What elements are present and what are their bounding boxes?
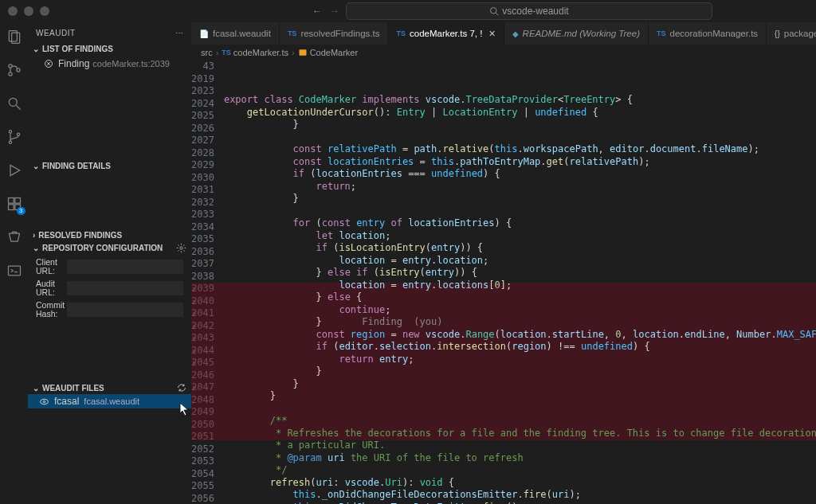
bc-file[interactable]: TS codeMarker.ts [222,48,288,57]
commit-hash-input[interactable] [67,303,183,317]
chevron-right-icon: › [33,231,35,240]
titlebar: ← → vscode-weaudit [0,0,816,22]
activity-bar: 3 [0,22,28,504]
svg-rect-24 [299,49,306,56]
nav-arrows: ← → [312,6,339,17]
svg-point-23 [43,400,45,402]
git-branch-icon[interactable] [5,127,24,147]
editor-tabs: 📄fcasal.weauditTSresolvedFindings.tsTSco… [191,22,816,45]
svg-line-8 [16,106,20,110]
editor-area: 📄fcasal.weauditTSresolvedFindings.tsTSco… [191,22,816,504]
editor-tab[interactable]: 📄fcasal.weaudit [191,22,280,45]
gear-icon[interactable] [176,243,186,253]
editor-tab[interactable]: TSresolvedFindings.ts [280,22,389,45]
resolved-findings-header[interactable]: › RESOLVED FINDINGS [28,229,191,241]
sidebar-more-icon[interactable]: ⋯ [175,29,184,37]
svg-rect-15 [8,205,14,210]
eye-icon [39,397,49,407]
weaudit-files-header[interactable]: ⌄ WEAUDIT FILES [28,381,191,394]
editor-tab[interactable]: {}package.json [767,22,816,45]
sidebar-title: WEAUDIT ⋯ [28,22,191,43]
finding-details-header[interactable]: ⌄ FINDING DETAILS [28,160,191,172]
list-of-findings-label: LIST OF FINDINGS [42,45,113,53]
search-icon [489,6,499,16]
editor-tab[interactable]: ◆README.md (Working Tree) [504,22,649,45]
svg-point-6 [16,68,19,72]
svg-rect-17 [8,266,20,275]
svg-point-5 [8,72,11,76]
svg-point-11 [17,133,19,135]
chevron-down-icon: ⌄ [33,162,39,170]
chevron-down-icon: ⌄ [33,384,39,393]
svg-point-4 [8,64,11,68]
repo-config-header[interactable]: ⌄ REPOSITORY CONFIGURATION [28,241,191,255]
editor-tab[interactable]: TSdecorationManager.ts [649,22,767,45]
commit-hash-label: Commit Hash: [36,301,67,319]
svg-point-0 [491,8,497,14]
refresh-icon[interactable] [177,383,186,393]
sidebar: WEAUDIT ⋯ ⌄ LIST OF FINDINGS Finding cod… [28,22,191,504]
weaudit-file-item[interactable]: fcasal fcasal.weaudit [28,394,191,408]
svg-point-7 [9,98,17,106]
extensions-badge: 3 [17,207,25,215]
run-debug-icon[interactable] [5,161,24,180]
error-icon [44,59,53,68]
close-window-icon[interactable] [8,6,18,16]
svg-point-21 [180,247,182,249]
svg-rect-13 [8,198,14,204]
bc-symbol[interactable]: CodeMarker [298,48,359,57]
weaudit-files-label: WEAUDIT FILES [42,384,104,393]
finding-details-label: FINDING DETAILS [42,162,111,170]
svg-marker-12 [10,165,20,175]
extensions-icon[interactable]: 3 [5,194,24,213]
weaudit-activity-icon[interactable] [5,228,24,247]
finding-label: Finding [58,58,89,69]
chevron-down-icon: ⌄ [33,244,39,252]
chevron-down-icon: ⌄ [33,45,39,53]
terminal-icon[interactable] [5,261,24,280]
breadcrumbs[interactable]: src › TS codeMarker.ts › CodeMarker [191,45,816,61]
svg-rect-14 [14,198,20,204]
finding-desc: codeMarker.ts:2039 [92,59,170,68]
explorer-icon[interactable] [5,27,24,46]
svg-point-9 [9,131,11,133]
command-center[interactable]: vscode-weaudit [346,2,712,20]
repo-config-label: REPOSITORY CONFIGURATION [42,244,163,252]
minimize-window-icon[interactable] [24,6,33,16]
svg-line-1 [496,13,499,15]
mouse-cursor-icon [179,402,190,416]
maximize-window-icon[interactable] [40,6,49,16]
editor-tab[interactable]: TScodeMarker.ts 7, !× [388,22,504,45]
client-url-input[interactable] [67,260,183,274]
list-of-findings-header[interactable]: ⌄ LIST OF FINDINGS [28,43,191,55]
source-control-icon[interactable] [5,61,24,80]
sidebar-title-label: WEAUDIT [36,29,76,37]
close-tab-icon[interactable]: × [488,27,495,40]
command-center-label: vscode-weaudit [502,6,568,17]
nav-forward-icon[interactable]: → [330,6,339,17]
nav-back-icon[interactable]: ← [312,6,322,17]
svg-point-22 [41,399,49,404]
window-controls [8,6,49,16]
bc-folder[interactable]: src [201,48,213,57]
audit-url-input[interactable] [67,281,183,295]
resolved-findings-label: RESOLVED FINDINGS [38,231,122,240]
audit-url-label: Audit URL: [36,279,67,298]
search-activity-icon[interactable] [5,94,24,113]
client-url-label: Client URL: [36,258,67,276]
code-editor[interactable]: 4320192023202420252026202720282029203020… [191,61,816,504]
svg-point-10 [9,141,11,143]
finding-item[interactable]: Finding codeMarker.ts:2039 [28,57,191,71]
weaudit-file-name: fcasal [54,396,79,407]
weaudit-file-desc: fcasal.weaudit [84,397,139,406]
